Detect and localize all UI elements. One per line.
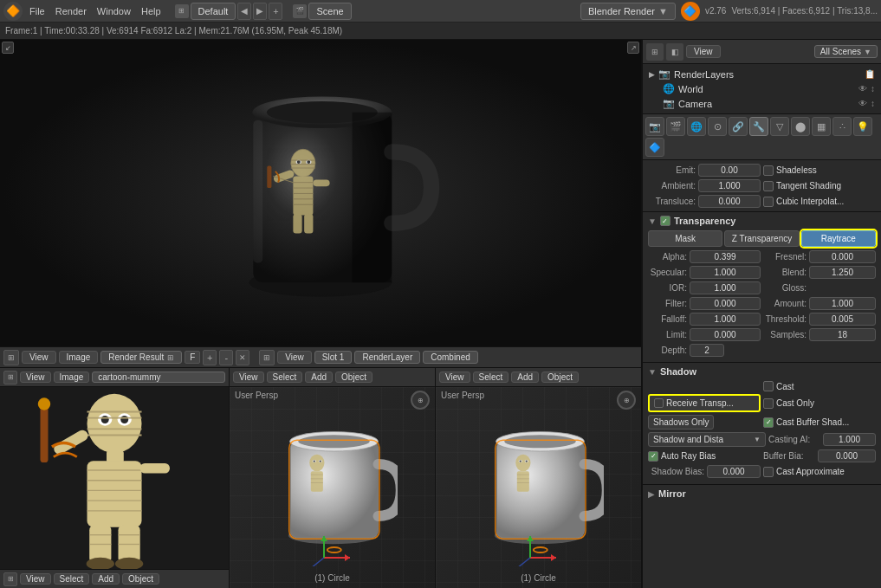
shadeless-check[interactable] <box>763 165 774 176</box>
all-scenes-selector[interactable]: All Scenes ▼ <box>814 45 878 58</box>
img-view-icon2[interactable]: ⊞ <box>3 572 17 586</box>
filter-value[interactable]: 0.000 <box>690 297 761 310</box>
vp-right-view-btn[interactable]: View <box>439 372 470 383</box>
workspace-next[interactable]: ▶ <box>253 3 267 20</box>
fresnel-value[interactable]: 0.000 <box>809 250 876 263</box>
receive-trans-btn[interactable]: Receive Transp... <box>648 394 761 412</box>
blender-icon[interactable]: 🔶 <box>3 2 23 21</box>
image-btn[interactable]: Image <box>59 351 99 364</box>
transluce-value[interactable]: 0.000 <box>698 195 761 208</box>
world-item[interactable]: 🌐 World 👁 ↕ <box>645 81 878 96</box>
workspace-selector[interactable]: Default <box>191 3 236 20</box>
cast-approx-check[interactable] <box>763 467 774 477</box>
file-menu[interactable]: File <box>26 6 49 16</box>
vp-left-content[interactable]: User Persp ⊕ <box>230 387 435 588</box>
shadow-triangle[interactable]: ▼ <box>648 367 657 377</box>
world-eye-icon[interactable]: 👁 <box>858 84 867 94</box>
vp-left-add-btn[interactable]: Add <box>305 372 333 383</box>
limit-value[interactable]: 0.000 <box>690 328 761 341</box>
ambient-value[interactable]: 1.000 <box>698 179 761 192</box>
prop-icon-constraints[interactable]: 🔗 <box>729 117 748 136</box>
tangent-check[interactable] <box>763 181 774 191</box>
scene-selector[interactable]: Scene <box>308 3 351 20</box>
plus-btn[interactable]: + <box>203 350 217 365</box>
prop-icon-texture[interactable]: ▦ <box>812 117 831 136</box>
shadow-dist-selector[interactable]: Shadow and Dista ▼ <box>648 432 766 447</box>
falloff-value[interactable]: 1.000 <box>690 313 761 326</box>
auto-ray-check[interactable]: ✓ <box>648 451 658 462</box>
vp-left-view-btn[interactable]: View <box>233 372 264 383</box>
img-view-icon[interactable]: ⊞ <box>3 371 17 384</box>
transparency-triangle[interactable]: ▼ <box>648 216 657 226</box>
view-icon-btn[interactable]: ⊞ <box>3 350 19 365</box>
ior-value[interactable]: 1.000 <box>690 281 761 294</box>
vp-right-add-btn[interactable]: Add <box>511 372 539 383</box>
minus-btn[interactable]: - <box>219 350 233 365</box>
help-menu[interactable]: Help <box>138 6 165 16</box>
alpha-value[interactable]: 0.399 <box>690 250 761 263</box>
amount-value[interactable]: 1.000 <box>809 297 876 310</box>
view-btn[interactable]: View <box>22 351 56 364</box>
mask-btn[interactable]: Mask <box>648 230 722 247</box>
blend-value[interactable]: 1.250 <box>809 266 876 279</box>
cast-buffer-check[interactable]: ✓ <box>763 417 774 428</box>
viewport-collapse[interactable]: ↙ <box>2 42 14 54</box>
prop-icon-world[interactable]: 🌐 <box>687 117 706 136</box>
img-object-btn[interactable]: Object <box>122 573 159 585</box>
samples-value[interactable]: 18 <box>809 328 876 341</box>
emit-value[interactable]: 0.00 <box>698 164 761 177</box>
panel-icon1[interactable]: ⊞ <box>646 43 664 61</box>
prop-icon-physics[interactable]: 💡 <box>853 117 872 136</box>
transparency-check[interactable]: ✓ <box>660 216 670 226</box>
shadows-only-btn[interactable]: Shadows Only <box>648 415 714 430</box>
prop-icon-scene2[interactable]: 🔷 <box>645 138 664 157</box>
f-btn[interactable]: F <box>185 351 200 364</box>
cubic-check[interactable] <box>763 197 774 207</box>
prop-icon-scene[interactable]: 🎬 <box>666 117 685 136</box>
threshold-value[interactable]: 0.005 <box>809 313 876 326</box>
prop-icon-render[interactable]: 📷 <box>645 117 664 136</box>
z-transparency-btn[interactable]: Z Transparency <box>724 230 799 247</box>
cast-check[interactable] <box>763 381 774 391</box>
view-icon-btn2[interactable]: ⊞ <box>259 350 275 365</box>
buffer-bias-value[interactable]: 0.000 <box>818 449 876 462</box>
world-restrict-icon[interactable]: ↕ <box>871 84 875 94</box>
mirror-triangle[interactable]: ▶ <box>648 489 655 499</box>
img-view-btn[interactable]: View <box>20 372 51 383</box>
workspace-add[interactable]: + <box>269 3 282 20</box>
render-menu[interactable]: Render <box>52 6 90 16</box>
render-layer-selector[interactable]: RenderLayer <box>354 351 420 364</box>
img-add-btn[interactable]: Add <box>92 573 120 585</box>
specular-value[interactable]: 1.000 <box>690 266 761 279</box>
camera-eye-icon[interactable]: 👁 <box>858 99 867 108</box>
cast-only-check[interactable] <box>763 398 774 409</box>
shadow-bias-value[interactable]: 0.000 <box>707 465 761 478</box>
render-result-selector[interactable]: Render Result ⊞ <box>100 351 182 364</box>
prop-icon-particles[interactable]: ∴ <box>832 117 852 136</box>
workspace-prev[interactable]: ◀ <box>237 3 251 20</box>
img-view-btn2[interactable]: View <box>20 573 51 585</box>
view-btn2[interactable]: View <box>277 351 312 364</box>
depth-value[interactable]: 2 <box>690 344 724 357</box>
prop-icon-modifier[interactable]: 🔧 <box>749 117 768 136</box>
vp-left-select-btn[interactable]: Select <box>267 372 303 383</box>
slot-selector[interactable]: Slot 1 <box>314 351 353 364</box>
camera-restrict-icon[interactable]: ↕ <box>871 99 875 108</box>
img-select-btn[interactable]: Select <box>54 573 90 585</box>
render-layers-item[interactable]: ▶ 📷 RenderLayers 📋 <box>645 67 878 81</box>
combined-selector[interactable]: Combined <box>423 351 478 364</box>
camera-item[interactable]: 📷 Camera 👁 ↕ <box>645 96 878 111</box>
vp-right-object-btn[interactable]: Object <box>541 372 579 383</box>
window-menu[interactable]: Window <box>94 6 134 16</box>
casting-ai-value[interactable]: 1.000 <box>823 433 876 446</box>
prop-icon-material[interactable]: ⬤ <box>791 117 810 136</box>
vp-right-select-btn[interactable]: Select <box>473 372 509 383</box>
rl-settings-icon[interactable]: 📋 <box>865 69 875 79</box>
prop-icon-data[interactable]: ▽ <box>770 117 789 136</box>
vp-left-object-btn[interactable]: Object <box>335 372 372 383</box>
engine-selector[interactable]: Blender Render ▼ <box>580 3 676 20</box>
img-image-btn[interactable]: Image <box>54 372 90 383</box>
prop-icon-object[interactable]: ⊙ <box>708 117 727 136</box>
vp-right-content[interactable]: User Persp ⊕ <box>436 387 641 588</box>
img-name-selector[interactable]: cartoon-mummy <box>92 372 225 383</box>
